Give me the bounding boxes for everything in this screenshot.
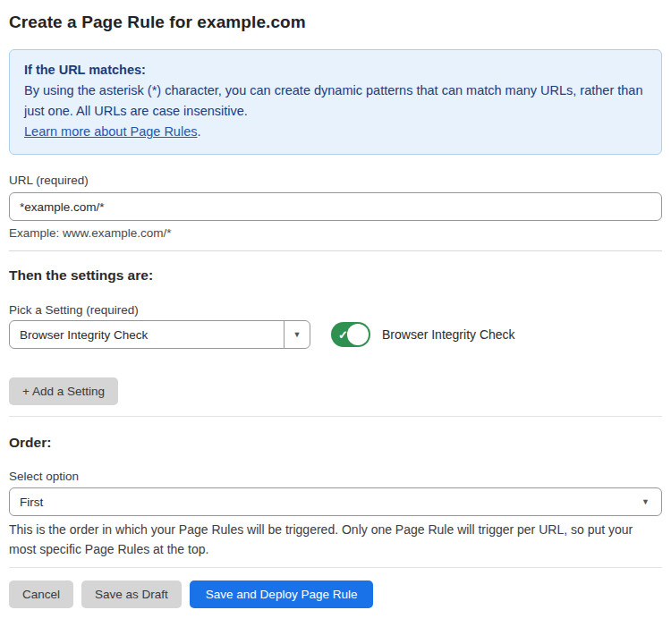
cancel-button[interactable]: Cancel <box>9 580 73 608</box>
toggle-group: ✓ Browser Integrity Check <box>331 322 515 347</box>
info-box-heading: If the URL matches: <box>24 60 647 80</box>
url-input[interactable] <box>9 192 662 221</box>
learn-more-link[interactable]: Learn more about Page Rules <box>24 124 197 139</box>
add-setting-button[interactable]: + Add a Setting <box>9 377 118 405</box>
url-match-info-box: If the URL matches: By using the asteris… <box>9 49 662 155</box>
divider-footer <box>9 567 662 568</box>
order-select-value: First <box>10 496 641 509</box>
order-section-heading: Order: <box>9 435 662 451</box>
toggle-knob <box>347 324 369 345</box>
url-field-label: URL (required) <box>9 174 662 187</box>
chevron-down-icon: ▼ <box>293 331 302 339</box>
order-select-label: Select option <box>9 470 662 483</box>
page-rule-form: Create a Page Rule for example.com If th… <box>0 0 671 608</box>
browser-integrity-toggle[interactable]: ✓ <box>331 322 370 347</box>
info-box-link-line: Learn more about Page Rules. <box>24 122 647 142</box>
save-as-draft-button[interactable]: Save as Draft <box>81 580 182 608</box>
setting-dropdown-arrow-button[interactable]: ▼ <box>284 321 310 348</box>
save-and-deploy-button[interactable]: Save and Deploy Page Rule <box>190 580 374 608</box>
order-helper-text: This is the order in which your Page Rul… <box>9 520 662 559</box>
setting-dropdown-value: Browser Integrity Check <box>10 328 284 342</box>
chevron-down-icon: ▼ <box>641 498 650 506</box>
link-suffix: . <box>197 124 200 139</box>
info-box-body: By using the asterisk (*) character, you… <box>24 80 647 122</box>
order-select[interactable]: First ▼ <box>9 487 662 516</box>
footer-actions: Cancel Save as Draft Save and Deploy Pag… <box>9 580 662 608</box>
divider-settings-order <box>9 416 662 417</box>
order-select-caret-box: ▼ <box>641 498 661 506</box>
settings-section-heading: Then the settings are: <box>9 267 662 284</box>
divider-url-settings <box>9 250 662 251</box>
setting-row: Browser Integrity Check ▼ ✓ Browser Inte… <box>9 320 662 349</box>
url-example-helper: Example: www.example.com/* <box>9 226 662 240</box>
pick-setting-label: Pick a Setting (required) <box>9 303 662 317</box>
page-title: Create a Page Rule for example.com <box>9 13 662 32</box>
toggle-label: Browser Integrity Check <box>382 327 515 342</box>
setting-dropdown[interactable]: Browser Integrity Check ▼ <box>9 320 310 349</box>
